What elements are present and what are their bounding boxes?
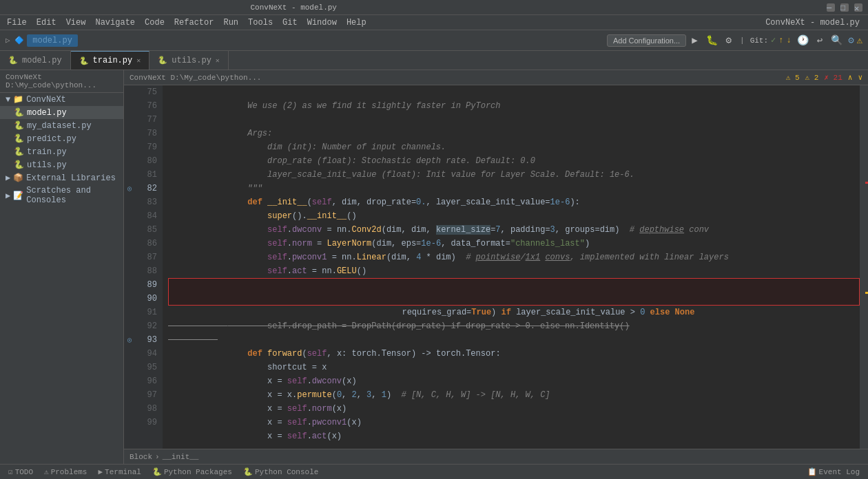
menu-code[interactable]: Code <box>141 17 169 29</box>
debug-icon[interactable]: 🐛 <box>703 33 721 47</box>
ln-80: 80 <box>141 154 157 168</box>
git-up-icon[interactable]: ↑ <box>778 36 783 45</box>
statusbar-python-console[interactable]: 🐍 Python Console <box>240 466 321 478</box>
ln-98: 98 <box>141 402 157 416</box>
menu-run[interactable]: Run <box>219 17 242 29</box>
statusbar-event-log[interactable]: 📋 Event Log <box>805 466 862 478</box>
ln-99: 99 <box>141 416 157 429</box>
gutter-markers: ◎ ◎ <box>124 85 135 449</box>
todo-icon: ☑ <box>8 467 13 476</box>
expand-icon[interactable]: ∨ <box>858 73 862 82</box>
statusbar-todo[interactable]: ☑ TODO <box>6 466 36 478</box>
warning-marker-1 <box>865 292 868 294</box>
collapse-icon[interactable]: ∧ <box>848 73 853 82</box>
code-line-77: Args: <box>168 113 860 127</box>
model-tab-icon: 🐍 <box>8 56 18 65</box>
marker-99 <box>124 416 135 429</box>
notification-icon[interactable]: ⚠ <box>857 34 862 46</box>
menu-file[interactable]: File <box>3 17 31 29</box>
add-configuration-button[interactable]: Add Configuration... <box>607 34 686 47</box>
sidebar-header: ConvNeXt D:\My_code\python... <box>0 70 123 93</box>
menu-view[interactable]: View <box>62 17 90 29</box>
error-count: ✗ 21 <box>824 73 842 82</box>
sidebar-item-utils[interactable]: 🐍 utils.py <box>0 158 123 171</box>
code-line-99: x = self.act(x) <box>168 416 860 429</box>
marker-93: ◎ <box>124 333 135 347</box>
py-file-icon5: 🐍 <box>14 160 24 170</box>
ln-97: 97 <box>141 388 157 402</box>
ln-81: 81 <box>141 168 157 182</box>
marker-81 <box>124 168 135 182</box>
folder-closed-icon: ▶ <box>6 173 10 183</box>
sidebar-folder-icon: 📁 <box>13 94 23 105</box>
maximize-button[interactable]: □ <box>840 3 849 12</box>
sidebar-dataset-label: my_dataset.py <box>27 121 92 131</box>
marker-83 <box>124 195 135 209</box>
run-more-icon[interactable]: ⚙ <box>723 33 734 47</box>
git-down-icon[interactable]: ↓ <box>786 36 791 45</box>
code-line-97: x = self.norm(x) <box>168 388 860 402</box>
statusbar-terminal[interactable]: ▶ Terminal <box>95 466 143 478</box>
code-line-94: shortcut = x <box>168 347 860 361</box>
marker-88 <box>124 264 135 278</box>
scratches-folder-icon: ▶ <box>6 191 10 201</box>
toolbar-file-tab[interactable]: model.py <box>27 34 78 47</box>
error-marker-1 <box>865 182 868 184</box>
sidebar-item-model[interactable]: 🐍 model.py <box>0 106 123 119</box>
ln-89: 89 <box>141 278 157 292</box>
breadcrumb-init: __init__ <box>163 453 199 461</box>
play-icon[interactable]: ▶ <box>689 33 700 47</box>
statusbar-python-packages[interactable]: 🐍 Python Packages <box>149 466 235 478</box>
problems-icon: ⚠ <box>44 467 49 476</box>
tab-utils-close[interactable]: ✕ <box>216 56 220 65</box>
editor-area: ConvNeXt D:\My_code\python... ⚠ 5 ⚠ 2 ✗ … <box>124 70 868 464</box>
event-log-icon: 📋 <box>807 467 817 476</box>
minimize-button[interactable]: ─ <box>827 3 835 12</box>
menu-help[interactable]: Help <box>342 17 371 29</box>
menu-window[interactable]: Window <box>303 17 341 29</box>
git-history-icon[interactable]: 🕐 <box>794 33 812 47</box>
sidebar-utils-label: utils.py <box>27 160 67 170</box>
train-tab-icon: 🐍 <box>79 56 89 65</box>
menu-git[interactable]: Git <box>278 17 302 29</box>
warning-count: ⚠ 5 <box>786 73 800 82</box>
settings-icon[interactable]: ⚙ <box>848 34 854 46</box>
sidebar-model-label: model.py <box>27 108 67 118</box>
window-controls[interactable]: ─ □ ✕ <box>827 3 862 12</box>
sidebar-item-extlibs[interactable]: ▶ 📦 External Libraries <box>0 171 123 184</box>
menu-refactor[interactable]: Refactor <box>170 17 218 29</box>
sidebar-item-dataset[interactable]: 🐍 my_dataset.py <box>0 119 123 132</box>
marker-85 <box>124 223 135 237</box>
ln-83: 83 <box>141 195 157 209</box>
tab-train[interactable]: 🐍 train.py ✕ <box>71 51 150 70</box>
sidebar-item-predict[interactable]: 🐍 predict.py <box>0 132 123 145</box>
py-file-icon3: 🐍 <box>14 134 24 144</box>
search-icon[interactable]: 🔍 <box>828 33 845 47</box>
statusbar-problems[interactable]: ⚠ Problems <box>41 466 90 478</box>
tab-model[interactable]: 🐍 model.py <box>0 51 71 70</box>
close-button[interactable]: ✕ <box>854 3 862 12</box>
marker-87 <box>124 251 135 264</box>
code-lines[interactable]: We use (2) as we find it slightly faster… <box>163 85 860 449</box>
sidebar-item-convnext[interactable]: ▼ 📁 ConvNeXt <box>0 93 123 106</box>
sidebar-item-scratches[interactable]: ▶ 📝 Scratches and Consoles <box>0 184 123 206</box>
tab-utils[interactable]: 🐍 utils.py ✕ <box>149 51 229 70</box>
git-check-icon[interactable]: ✓ <box>771 35 776 45</box>
python-console-label: Python Console <box>255 468 318 476</box>
tab-utils-label: utils.py <box>172 56 211 65</box>
marker-79 <box>124 140 135 154</box>
toolbar-separator: | <box>740 36 745 45</box>
git-revert-icon[interactable]: ↩ <box>814 33 825 47</box>
ln-96: 96 <box>141 374 157 388</box>
code-editor[interactable]: ◎ ◎ <box>124 85 868 449</box>
code-line-95: x = self.dwconv(x) <box>168 361 860 374</box>
sidebar-train-label: train.py <box>27 147 67 157</box>
menu-edit[interactable]: Edit <box>32 17 61 29</box>
sidebar-item-train[interactable]: 🐍 train.py <box>0 145 123 158</box>
menu-navigate[interactable]: Navigate <box>91 17 139 29</box>
ln-77: 77 <box>141 113 157 127</box>
marker-84 <box>124 209 135 223</box>
menu-tools[interactable]: Tools <box>244 17 277 29</box>
tab-train-close[interactable]: ✕ <box>136 56 141 65</box>
ln-78: 78 <box>141 127 157 140</box>
